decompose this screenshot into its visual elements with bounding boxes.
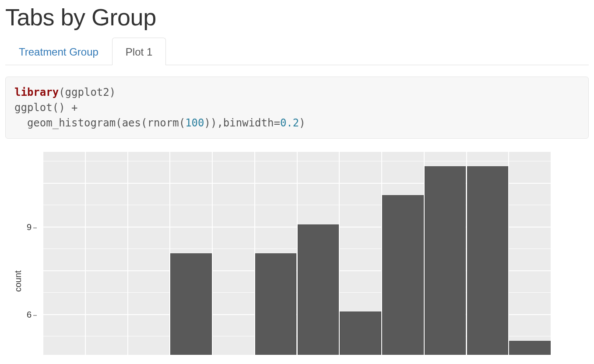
y-tick-6: 6	[27, 310, 37, 320]
grid-line-vertical	[508, 152, 509, 355]
code-number: 0.2	[280, 117, 299, 129]
code-text: )),binwidth=	[204, 117, 280, 129]
tick-mark	[33, 315, 37, 315]
y-axis-label: count	[13, 270, 23, 292]
code-keyword: library	[14, 86, 59, 98]
histogram-bar	[340, 312, 381, 355]
grid-line-vertical	[551, 152, 552, 355]
grid-line-horizontal	[43, 161, 551, 161]
histogram-bar	[170, 253, 212, 355]
grid-line-vertical	[85, 152, 86, 355]
code-text: ggplot() +	[14, 102, 78, 114]
tab-treatment-group[interactable]: Treatment Group	[5, 38, 112, 65]
grid-line-vertical	[127, 152, 128, 355]
plot-panel	[43, 152, 551, 355]
histogram-bar	[255, 253, 297, 355]
code-number: 100	[185, 117, 204, 129]
y-tick-label: 6	[27, 310, 32, 319]
tab-bar: Treatment Group Plot 1	[5, 38, 589, 65]
grid-line-vertical	[212, 152, 213, 355]
histogram-chart: count 9 6	[11, 152, 589, 355]
tab-plot-1[interactable]: Plot 1	[112, 38, 166, 65]
y-tick-9: 9	[27, 222, 37, 232]
histogram-bar	[509, 341, 551, 355]
histogram-bar	[382, 195, 424, 355]
code-block: library(ggplot2) ggplot() + geom_histogr…	[5, 77, 589, 139]
histogram-bar	[298, 224, 339, 355]
page-title: Tabs by Group	[5, 0, 589, 35]
histogram-bar	[467, 166, 509, 355]
grid-line-vertical	[42, 152, 43, 355]
code-text: (ggplot2)	[59, 86, 116, 98]
tick-mark	[33, 228, 37, 228]
code-text: )	[299, 117, 305, 129]
code-text: geom_histogram(aes(rnorm(	[14, 117, 185, 129]
histogram-bar	[425, 166, 466, 355]
y-tick-label: 9	[27, 222, 32, 232]
